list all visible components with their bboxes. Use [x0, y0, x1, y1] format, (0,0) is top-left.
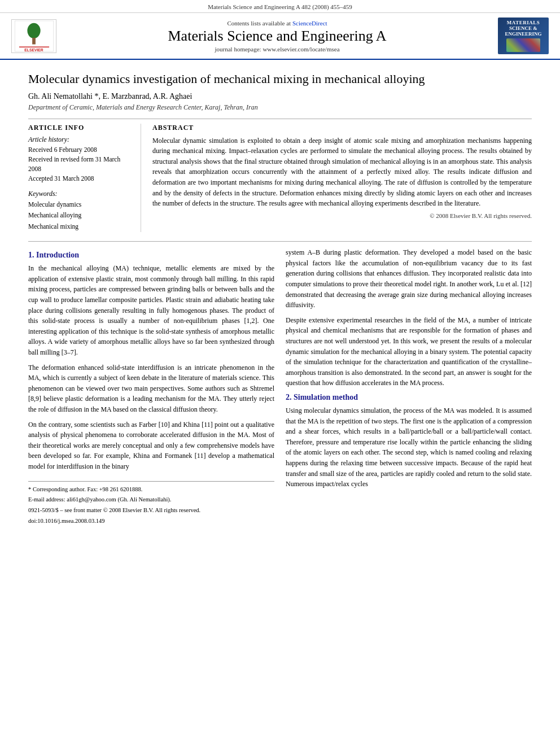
issn-line: 0921-5093/$ – see front matter © 2008 El… — [28, 506, 274, 516]
body-col-left: 1. Introduction In the mechanical alloyi… — [28, 247, 274, 527]
journal-homepage-line: journal homepage: www.elsevier.com/locat… — [62, 46, 492, 53]
svg-rect-2 — [32, 37, 36, 44]
materials-logo-line3: ENGINEERING — [505, 31, 541, 37]
body-col-right: system A–B during plastic deformation. T… — [286, 247, 532, 527]
page: Materials Science and Engineering A 482 … — [0, 0, 560, 747]
sciencedirect-link[interactable]: ScienceDirect — [292, 20, 327, 27]
sciencedirect-line: Contents lists available at ScienceDirec… — [62, 20, 492, 27]
top-metadata-bar: Materials Science and Engineering A 482 … — [0, 0, 560, 13]
authors-text: Gh. Ali Nematollahi *, E. Marzbanrad, A.… — [28, 92, 192, 101]
keyword-2: Mechanical alloying — [28, 210, 134, 221]
article-meta-row: ARTICLE INFO Article history: Received 6… — [28, 119, 532, 233]
journal-header-center: Contents lists available at ScienceDirec… — [56, 20, 498, 53]
article-content: Molecular dynamics investigation of mech… — [0, 60, 560, 539]
contents-available-text: Contents lists available at — [227, 20, 291, 27]
abstract-text: Molecular dynamic simulation is exploite… — [152, 136, 532, 209]
article-info-label: ARTICLE INFO — [28, 124, 134, 132]
history-label: Article history: — [28, 136, 134, 144]
homepage-text: journal homepage: www.elsevier.com/locat… — [215, 46, 339, 53]
keyword-3: Mechanical mixing — [28, 221, 134, 233]
article-authors: Gh. Ali Nematollahi *, E. Marzbanrad, A.… — [28, 92, 532, 101]
introduction-heading: 1. Introduction — [28, 251, 274, 260]
materials-logo-line2: SCIENCE & — [509, 25, 537, 31]
abstract-col: ABSTRACT Molecular dynamic simulation is… — [152, 124, 532, 233]
keywords-list: Molecular dynamics Mechanical alloying M… — [28, 199, 134, 233]
intro-para-1: In the mechanical alloying (MA) techniqu… — [28, 263, 274, 357]
footnote-corresponding: * Corresponding author. Fax: +98 261 620… — [28, 485, 274, 495]
doi-line: doi:10.1016/j.msea.2008.03.149 — [28, 517, 274, 526]
body-columns: 1. Introduction In the mechanical alloyi… — [28, 241, 532, 527]
journal-header: ELSEVIER Contents lists available at Sci… — [0, 13, 560, 60]
accepted-date: Accepted 31 March 2008 — [28, 174, 134, 184]
journal-volume-info: Materials Science and Engineering A 482 … — [208, 3, 352, 10]
footnote-email: E-mail address: ali61gh@yahoo.com (Gh. A… — [28, 495, 274, 505]
elsevier-logo: ELSEVIER — [11, 19, 56, 53]
materials-logo-line1: MATERIALS — [507, 20, 540, 25]
simulation-heading: 2. Simulation method — [286, 393, 532, 402]
materials-logo-image — [506, 38, 540, 52]
article-affiliation: Department of Ceramic, Materials and Ene… — [28, 103, 532, 112]
svg-point-1 — [27, 23, 40, 38]
revised-date: Received in revised form 31 March 2008 — [28, 155, 134, 174]
article-info-col: ARTICLE INFO Article history: Received 6… — [28, 124, 141, 233]
intro-para-2: The deformation enhanced solid-state int… — [28, 362, 274, 415]
right-para-2: Despite extensive experimental researche… — [286, 315, 532, 388]
copyright-line: © 2008 Elsevier B.V. All rights reserved… — [152, 212, 532, 219]
svg-text:ELSEVIER: ELSEVIER — [24, 48, 43, 52]
abstract-label: ABSTRACT — [152, 124, 532, 132]
article-title: Molecular dynamics investigation of mech… — [28, 71, 532, 88]
received-date: Received 6 February 2008 — [28, 145, 134, 155]
simulation-para-1: Using molecular dynamics simulation, the… — [286, 405, 532, 490]
materials-science-logo: MATERIALS SCIENCE & ENGINEERING — [498, 18, 549, 54]
footnote-area: * Corresponding author. Fax: +98 261 620… — [28, 481, 274, 526]
journal-title-header: Materials Science and Engineering A — [62, 28, 492, 45]
keywords-label: Keywords: — [28, 190, 134, 198]
intro-para-3: On the contrary, some scientists such as… — [28, 420, 274, 472]
right-para-1: system A–B during plastic deformation. T… — [286, 247, 532, 311]
keyword-1: Molecular dynamics — [28, 199, 134, 211]
